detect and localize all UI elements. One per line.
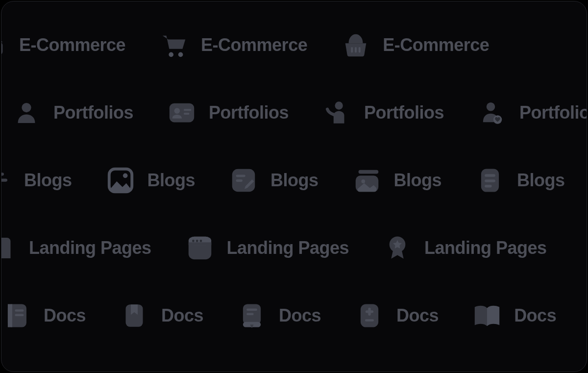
svg-point-2: [169, 52, 173, 57]
tag-label: Blogs: [147, 170, 196, 191]
svg-rect-49: [366, 310, 373, 313]
svg-rect-41: [15, 314, 24, 316]
tag-label: Docs: [279, 305, 321, 326]
svg-point-19: [122, 173, 127, 178]
svg-rect-6: [359, 47, 361, 53]
bookmark-icon: [119, 300, 149, 331]
row-portfolios: Portfolios Portfolios: [11, 96, 587, 129]
lines-icon: [1, 165, 12, 196]
sheet-icon: [1, 233, 17, 263]
tag-landing-sheet[interactable]: Landing Pages: [1, 233, 151, 263]
svg-point-36: [199, 240, 202, 242]
tag-blogs-edit[interactable]: Blogs: [228, 165, 318, 196]
shopping-basket-icon: [341, 30, 371, 60]
tag-label: Landing Pages: [227, 238, 349, 258]
tag-label: Blogs: [394, 170, 442, 191]
svg-rect-5: [355, 47, 357, 53]
svg-rect-33: [188, 242, 211, 245]
svg-rect-11: [184, 113, 190, 115]
tag-landing-award[interactable]: Landing Pages: [382, 233, 547, 263]
svg-point-9: [174, 108, 180, 114]
tag-label: Docs: [44, 305, 86, 326]
tag-label: E-Commerce: [383, 35, 489, 55]
svg-rect-45: [246, 313, 254, 316]
row-blogs: Blogs Blogs: [1, 164, 587, 197]
svg-rect-44: [246, 309, 257, 311]
category-showcase-panel: E-Commerce E-Commerce: [1, 1, 587, 372]
images-icon: [352, 165, 382, 196]
svg-rect-22: [236, 179, 243, 182]
svg-rect-0: [1, 42, 2, 54]
tag-portfolios-wave[interactable]: Portfolios: [322, 98, 444, 128]
tag-ecommerce-cart[interactable]: E-Commerce: [159, 30, 307, 60]
open-book-icon: [472, 300, 502, 331]
tag-label: Blogs: [24, 170, 72, 191]
tag-ecommerce-basket2[interactable]: E-Commerce: [341, 30, 489, 60]
svg-point-35: [196, 240, 198, 242]
tag-label: Portfolios: [519, 102, 587, 123]
svg-point-34: [192, 240, 195, 242]
award-icon: [382, 233, 413, 263]
tag-docs-book[interactable]: Docs: [237, 300, 321, 331]
marquee-rows: E-Commerce E-Commerce: [1, 28, 587, 332]
svg-rect-27: [485, 174, 495, 176]
id-card-icon: [167, 98, 197, 128]
tag-label: Docs: [396, 305, 439, 326]
tag-label: E-Commerce: [201, 35, 307, 55]
tag-portfolios-card[interactable]: Portfolios: [167, 98, 289, 128]
tag-docs-notebook[interactable]: Docs: [1, 300, 86, 331]
svg-rect-39: [8, 304, 12, 327]
book-icon: [237, 300, 267, 331]
tag-portfolios-user-heart[interactable]: Portfolios: [477, 98, 587, 128]
tag-label: Blogs: [517, 170, 565, 191]
svg-rect-8: [170, 103, 194, 123]
tag-label: E-Commerce: [19, 35, 125, 55]
svg-rect-50: [365, 319, 374, 322]
svg-point-7: [22, 103, 31, 112]
tag-docs-open-book[interactable]: Docs: [472, 300, 556, 331]
tag-label: Portfolios: [53, 102, 133, 123]
edit-note-icon: [228, 165, 259, 196]
svg-rect-21: [236, 174, 245, 177]
svg-point-3: [178, 52, 183, 57]
person-wave-icon: [322, 98, 352, 128]
tag-ecommerce-basket[interactable]: E-Commerce: [1, 30, 125, 60]
tag-label: Docs: [514, 305, 556, 326]
row-docs: Docs Docs: [1, 299, 587, 332]
tag-portfolios-user[interactable]: Portfolios: [11, 98, 133, 128]
tag-landing-window[interactable]: Landing Pages: [185, 233, 349, 263]
tag-blogs-images[interactable]: Blogs: [352, 165, 442, 196]
tag-label: Docs: [161, 305, 203, 326]
svg-point-12: [335, 101, 343, 109]
svg-rect-28: [485, 179, 495, 182]
tag-docs-note-plus[interactable]: Docs: [354, 300, 439, 331]
svg-rect-40: [15, 309, 24, 312]
tag-blogs-image[interactable]: Blogs: [105, 165, 196, 196]
tag-label: Landing Pages: [424, 238, 547, 258]
svg-rect-16: [1, 179, 7, 182]
svg-point-13: [487, 102, 495, 111]
svg-rect-23: [358, 170, 378, 174]
svg-point-25: [361, 179, 365, 183]
svg-rect-10: [184, 109, 192, 111]
svg-rect-29: [485, 185, 492, 187]
tag-label: Portfolios: [364, 102, 444, 123]
tag-label: Portfolios: [209, 102, 289, 123]
cart-icon: [159, 30, 189, 60]
tag-label: Blogs: [270, 170, 318, 191]
row-ecommerce: E-Commerce E-Commerce: [1, 28, 587, 62]
basket-icon: [1, 30, 7, 60]
user-heart-icon: [477, 98, 508, 128]
image-icon: [105, 165, 136, 196]
tag-label: Landing Pages: [29, 238, 151, 258]
row-landing: Landing Pages Landing Pages: [1, 231, 587, 265]
user-icon: [11, 98, 42, 128]
tag-docs-bookmark[interactable]: Docs: [119, 300, 203, 331]
note-plus-icon: [354, 300, 385, 331]
svg-rect-4: [351, 47, 353, 53]
window-icon: [185, 233, 215, 263]
document-lines-icon: [475, 165, 505, 196]
tag-blogs-doc[interactable]: Blogs: [475, 165, 565, 196]
svg-rect-15: [1, 173, 4, 175]
tag-blogs-lines[interactable]: Blogs: [1, 165, 72, 196]
